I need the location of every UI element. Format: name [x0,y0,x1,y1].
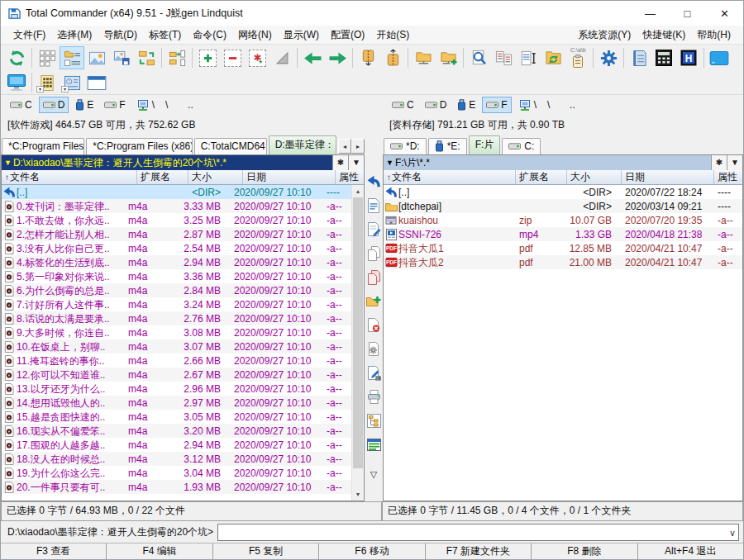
edit2-button[interactable] [365,365,382,381]
function-key-button[interactable]: F5 复制 [212,543,318,559]
command-history-dropdown-icon[interactable]: ∨ [729,525,736,540]
path-dropdown-button[interactable]: ▼ [348,155,364,170]
drive-button-E[interactable]: E [453,97,479,113]
up-button[interactable] [365,173,382,189]
filter-asterisk-button[interactable]: ✱ [332,155,348,170]
window-button[interactable] [84,72,109,93]
netfolder-button[interactable] [411,46,436,69]
minimize-button[interactable]: — [632,1,669,26]
drive-button-E[interactable]: E [71,97,98,113]
menu-item[interactable]: 显示(W) [278,26,325,44]
file-row[interactable]: 3.没有人比你自己更..m4a2.54 MB2020/09/27 10:10-a… [2,241,351,255]
drive-button-root[interactable]: \ [161,97,181,113]
compare-button[interactable] [491,46,516,69]
scroll-up-icon[interactable]: ▲ [352,185,364,197]
tree-button[interactable] [365,413,382,429]
sel-plus-button[interactable] [195,46,220,69]
menu-item[interactable]: 命令(C) [187,26,232,44]
apps-button[interactable]: ▾ [35,72,60,93]
file-row[interactable]: 14.想用诋毁他人的..m4a2.97 MB2020/09/27 10:10-a… [2,396,351,410]
rename-button[interactable] [516,46,541,69]
file-row[interactable]: 20.一件事只要有可..m4a1.93 MB2020/09/27 10:10-a… [2,480,351,494]
function-key-button[interactable]: Alt+F4 退出 [637,543,743,559]
file-row[interactable]: [dtchepai]<DIR>2020/03/14 09:21---- [384,199,742,213]
tab-scroll-right-icon[interactable]: ▸ [351,139,365,154]
column-header-attr[interactable]: 属性 [714,170,742,184]
file-row[interactable]: 7.讨好所有人这件事..m4a3.24 MB2020/09/27 10:10-a… [2,297,351,311]
drive-button-D[interactable]: D [39,97,69,113]
dropdown-arrow-icon[interactable]: ▾ [36,86,44,93]
filter-asterisk-button[interactable]: ✱ [711,155,727,170]
command-input-box[interactable]: ∨ [217,524,739,541]
column-header-name[interactable]: ↑文件名 [2,170,137,184]
file-row[interactable]: 16.现实从不偏爱笨..m4a3.20 MB2020/09/27 10:10-a… [2,424,351,438]
file-row[interactable]: 13.以牙还牙为什么..m4a2.96 MB2020/09/27 10:10-a… [2,382,351,396]
refresh-button[interactable] [4,46,29,69]
mkdir-button[interactable] [365,293,382,309]
drive-button-C[interactable]: C [6,97,36,113]
folder-tab[interactable]: F:片 [469,135,501,154]
folder-tab[interactable]: *C:Program Files (x86) [86,138,192,154]
view-thumb-button[interactable] [84,46,109,69]
column-header-attr[interactable]: 属性 [336,170,364,184]
maximize-button[interactable]: □ [669,1,706,26]
column-header-date[interactable]: 日期 [243,170,336,184]
folder-tab[interactable]: D:墨菲定律： [269,135,336,154]
drive-button-D[interactable]: D [421,97,451,113]
branch-button[interactable] [165,46,189,69]
menu-item[interactable]: 选择(M) [51,26,98,44]
menu-item[interactable]: 配置(O) [325,26,370,44]
scrollbar-thumb[interactable] [353,197,363,468]
drive-button-root[interactable]: \ [514,97,541,113]
tree-swap-button[interactable] [134,46,159,69]
function-key-button[interactable]: F6 移动 [318,543,424,559]
list-button[interactable] [365,437,382,453]
pack-button[interactable] [355,46,380,69]
file-row[interactable]: SSNI-726mp41.33 GB2020/04/18 21:38-a-- [384,227,742,241]
scroll-down-icon[interactable]: ▼ [352,488,364,501]
file-row[interactable]: kuaishouzip10.07 GB2020/07/20 19:35-a-- [384,213,742,227]
file-row[interactable]: 4.标签化的生活到底..m4a2.94 MB2020/09/27 10:10-a… [2,255,351,269]
edit-button[interactable] [365,221,382,237]
file-row[interactable]: 5.第一印象对你来说..m4a3.36 MB2020/09/27 10:10-a… [2,269,351,283]
file-row[interactable]: 9.大多时候，你连自..m4a3.08 MB2020/09/27 10:10-a… [2,325,351,339]
file-row[interactable]: [..]<DIR>2020/07/22 18:24---- [384,185,742,199]
menu-item[interactable]: 系统资源(Y) [572,26,637,44]
menu-item[interactable]: 快捷键(K) [637,26,691,44]
left-path-bar[interactable]: ▼ D:\xiaodao\墨菲定律：避开人生倒霉的20个坑\*.* ✱ ▼ [2,155,364,170]
menu-item[interactable]: 网络(N) [232,26,278,44]
menu-item[interactable]: 文件(F) [7,26,51,44]
drive-button-parent[interactable]: .. [565,97,585,113]
forward-button[interactable] [325,46,350,69]
function-key-button[interactable]: F8 删除 [531,543,637,559]
tab-scroll-left-icon[interactable]: ◂ [338,139,351,154]
sel-half-button[interactable] [269,46,294,69]
file-row[interactable]: PDF抖音大瓜2pdf21.00 MB2020/04/21 10:47-a-- [384,255,742,269]
notepad-button[interactable] [627,46,651,69]
unpack-button[interactable] [380,46,405,69]
sel-minus-button[interactable] [220,46,245,69]
folder-tab[interactable]: *D: [384,138,427,154]
drive-button-F[interactable]: F [482,97,511,113]
menu-item[interactable]: 开始(S) [370,26,415,44]
right-path-bar[interactable]: ▼ F:\片\*.* ✱ ▼ [384,155,742,170]
folder-tab[interactable]: *C:Program Files [2,138,84,154]
drive-button-root[interactable]: \ [543,97,563,113]
file-row[interactable]: 15.越是贪图快速的..m4a3.05 MB2020/09/27 10:10-a… [2,410,351,424]
column-header-size[interactable]: 大小 [188,170,243,184]
column-header-size[interactable]: 大小 [567,170,622,184]
copy-button[interactable] [365,245,382,261]
view-quick-button[interactable] [109,46,134,69]
file-row[interactable]: 18.没人在的时候总..m4a3.12 MB2020/09/27 10:10-a… [2,452,351,466]
drive-button-F[interactable]: F [100,97,129,113]
folder-tab[interactable]: C: [502,138,541,154]
command-input[interactable] [218,524,723,540]
file-row[interactable]: 19.为什么你这么完..m4a3.04 MB2020/09/27 10:10-a… [2,466,351,480]
file-row[interactable]: 2.怎样才能让别人相..m4a2.87 MB2020/09/27 10:10-a… [2,227,351,241]
file-row[interactable]: 11.掩耳盗铃的事你..m4a2.66 MB2020/09/27 10:10-a… [2,354,351,368]
file-row[interactable]: 6.为什么倒霉的总是..m4a2.84 MB2020/09/27 10:10-a… [2,283,351,297]
file-row[interactable]: 0.发刊词：墨菲定律..m4a3.33 MB2020/09/27 10:10-a… [2,199,351,213]
menu-item[interactable]: 导航(D) [98,26,143,44]
file-row[interactable]: 10.在饭桌上，别聊..m4a3.07 MB2020/09/27 10:10-a… [2,339,351,354]
print-button[interactable] [365,389,382,405]
